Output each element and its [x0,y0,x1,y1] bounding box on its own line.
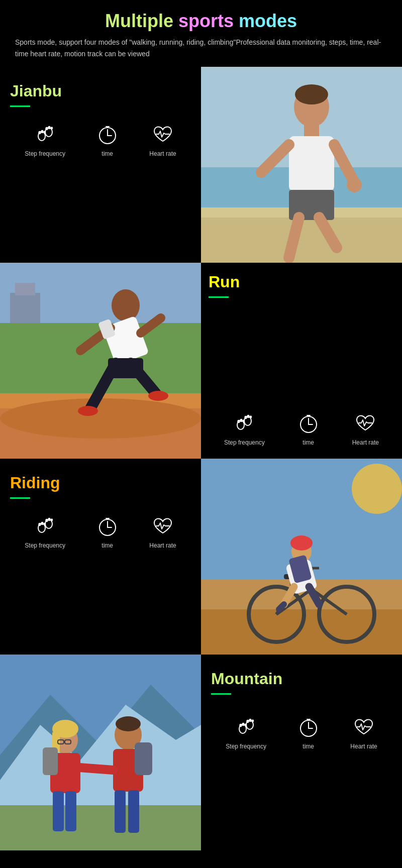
jianbu-time-label: time [102,150,113,157]
svg-point-51 [250,415,252,418]
jianbu-icons: Step frequency time Heart rate [10,122,191,157]
footstep-icon-run [232,411,257,436]
mountain-time-icon-item: time [296,715,321,750]
svg-point-58 [38,523,41,526]
run-title: Run [209,273,394,291]
mountain-underline [211,693,231,695]
clock-icon-mountain [296,715,321,740]
svg-point-85 [290,535,313,551]
svg-rect-42 [108,358,143,378]
riding-step-icon-item: Step frequency [25,514,65,549]
header-section: Multiple sports modes Sports mode, suppo… [0,0,402,67]
sprinter-image-panel [0,263,201,459]
svg-rect-73 [201,609,402,655]
heart-rate-icon [150,122,175,147]
title-word1: Multiple [105,11,178,31]
svg-point-50 [247,415,250,418]
svg-line-90 [279,604,284,609]
svg-point-18 [295,84,328,104]
mountain-icons: Step frequency time Heart rate [211,715,392,750]
run-time-icon-item: time [296,411,321,446]
clock-icon [95,122,120,147]
svg-point-62 [45,519,48,522]
svg-point-33 [0,398,201,439]
riding-time-icon-item: time [95,514,120,549]
svg-point-23 [347,177,362,192]
run-heart-icon-item: Heart rate [352,411,379,446]
riding-heart-label: Heart rate [149,542,176,549]
hikers-image [0,655,201,850]
svg-point-49 [245,416,247,419]
svg-point-6 [48,126,50,129]
cyclist-image-panel [201,459,402,655]
svg-rect-101 [43,747,58,775]
svg-point-64 [51,518,53,521]
section-run: Run Step frequency [0,263,402,459]
mountain-step-label: Step frequency [226,743,266,750]
heart-rate-icon-riding [150,514,175,539]
svg-point-45 [238,420,240,423]
runner-image [201,67,402,263]
mountain-time-label: time [303,743,314,750]
jianbu-info-panel: Jianbu [0,67,201,263]
svg-rect-19 [304,125,319,137]
svg-rect-32 [15,283,35,295]
run-heart-label: Heart rate [352,439,379,446]
run-time-label: time [303,439,314,446]
svg-rect-94 [0,805,201,850]
riding-underline [10,497,30,499]
cyclist-image [201,459,402,655]
section-jianbu: Jianbu [0,67,402,263]
page-description: Sports mode, support four modes of "walk… [15,37,387,59]
sprinter-image [0,263,201,459]
mountain-info-panel: Mountain Step frequency [201,655,402,850]
page-title: Multiple sports modes [15,10,387,32]
svg-rect-107 [135,742,152,775]
jianbu-step-icon-item: Step frequency [25,122,65,157]
svg-point-118 [252,719,254,722]
svg-rect-109 [128,790,139,833]
section-riding: Riding Step frequency [0,459,402,655]
svg-point-59 [41,522,43,525]
run-info-panel: Run Step frequency [201,263,402,459]
footstep-icon-riding [33,514,58,539]
mountain-step-icon-item: Step frequency [226,715,266,750]
svg-point-2 [41,130,43,133]
svg-point-112 [239,724,242,727]
svg-point-113 [242,723,244,726]
riding-time-label: time [102,542,113,549]
riding-step-label: Step frequency [25,542,65,549]
runner-image-panel [201,67,402,263]
svg-point-1 [38,131,41,134]
svg-line-110 [79,768,113,770]
jianbu-underline [10,105,30,107]
svg-point-41 [148,391,168,401]
svg-point-34 [112,289,140,321]
jianbu-heart-label: Heart rate [149,150,176,157]
hikers-image-panel [0,655,201,850]
svg-point-116 [246,720,249,723]
run-icons: Step frequency time Heart rate [209,411,394,446]
title-word3: modes [239,11,297,31]
run-step-icon-item: Step frequency [224,411,265,446]
title-word2: sports [178,11,239,31]
footstep-icon [33,122,58,147]
run-underline [209,296,229,298]
riding-heart-icon-item: Heart rate [149,514,176,549]
svg-rect-103 [65,791,76,831]
svg-point-117 [249,719,251,722]
mountain-heart-label: Heart rate [350,743,377,750]
svg-point-72 [352,464,402,514]
riding-info-panel: Riding Step frequency [0,459,201,655]
svg-rect-31 [10,293,40,323]
mountain-title: Mountain [211,670,392,688]
svg-rect-108 [115,790,126,833]
mountain-heart-icon-item: Heart rate [350,715,377,750]
svg-point-40 [78,406,98,416]
clock-icon-run [296,411,321,436]
heart-rate-icon-run [353,411,378,436]
riding-title: Riding [10,474,191,492]
jianbu-step-label: Step frequency [25,150,65,157]
svg-rect-20 [289,136,334,191]
svg-point-46 [240,419,243,422]
